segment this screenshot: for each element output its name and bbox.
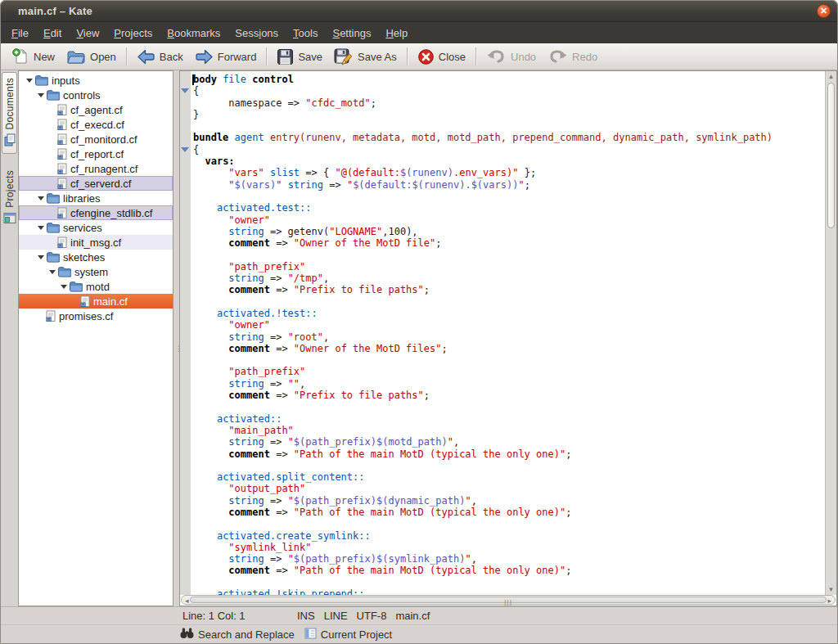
code-line[interactable]: activated.create_symlink::: [193, 530, 825, 542]
saveas-button[interactable]: Save As: [328, 45, 403, 68]
code-view[interactable]: body file control{ namespace => "cfdc_mo…: [191, 71, 825, 595]
code-line[interactable]: comment => "Owner of the MotD files";: [193, 343, 825, 354]
code-line[interactable]: [193, 191, 825, 202]
code-line[interactable]: comment => "Owner of the MotD file";: [193, 237, 825, 249]
code-line[interactable]: string => "$(path_prefix)$(symlink_path)…: [193, 553, 825, 565]
scroll-up-icon[interactable]: ▲: [826, 73, 836, 80]
code-line[interactable]: [193, 296, 825, 308]
encoding[interactable]: UTF-8: [357, 610, 387, 622]
vertical-scrollbar-thumb[interactable]: [827, 83, 835, 228]
code-line[interactable]: activated.test::: [193, 202, 825, 214]
code-fold-icon[interactable]: [181, 147, 189, 152]
code-line[interactable]: body file control: [193, 74, 825, 85]
new-button[interactable]: New: [6, 45, 61, 68]
sidebar-tab-documents[interactable]: Documents: [2, 72, 17, 154]
expander-icon[interactable]: [37, 93, 45, 97]
tree-item-cf-execd-cf[interactable]: cf_execd.cf: [19, 117, 173, 132]
tree-item-cf-agent-cf[interactable]: cf_agent.cf: [19, 102, 173, 117]
forward-button[interactable]: Forward: [189, 46, 263, 68]
tree-item-cf-runagent-cf[interactable]: cf_runagent.cf: [19, 161, 173, 176]
code-line[interactable]: activated.split_content::: [193, 471, 825, 483]
code-fold-icon[interactable]: [181, 88, 189, 93]
expander-icon[interactable]: [37, 196, 45, 200]
code-line[interactable]: [193, 401, 825, 412]
horizontal-scrollbar[interactable]: ◂ ||| ▸: [181, 595, 836, 605]
code-line[interactable]: activated.!skip_prepend::: [193, 588, 825, 595]
current-project-button[interactable]: Current Project: [304, 628, 392, 642]
code-line[interactable]: {: [193, 144, 825, 155]
menu-projects[interactable]: Projects: [106, 24, 160, 43]
eol-mode[interactable]: LINE: [324, 610, 348, 622]
code-line[interactable]: "vars" slist => { "@(default:$(runenv).e…: [193, 167, 825, 178]
search-and-replace-button[interactable]: Search and Replace: [180, 627, 295, 642]
code-line[interactable]: comment => "Path of the main MotD (typic…: [193, 565, 825, 576]
menu-file[interactable]: File: [4, 24, 36, 43]
menu-settings[interactable]: Settings: [325, 24, 378, 43]
tree-item-controls[interactable]: controls: [19, 88, 173, 102]
fold-marker-column[interactable]: [180, 71, 191, 595]
menu-bookmarks[interactable]: Bookmarks: [160, 24, 228, 43]
code-line[interactable]: comment => "Prefix to file paths";: [193, 284, 825, 295]
code-line[interactable]: activated.!test::: [193, 308, 825, 319]
horizontal-scrollbar-thumb[interactable]: |||: [190, 597, 827, 603]
code-line[interactable]: "owner": [193, 214, 825, 226]
code-editor[interactable]: body file control{ namespace => "cfdc_mo…: [179, 70, 837, 606]
tree-item-system[interactable]: system: [19, 264, 173, 279]
open-button[interactable]: Open: [61, 46, 122, 68]
tree-item-cfengine-stdlib-cf[interactable]: cfengine_stdlib.cf: [19, 205, 173, 220]
vertical-scrollbar[interactable]: ▲ ▼: [825, 71, 836, 595]
tree-item-libraries[interactable]: libraries: [19, 191, 173, 205]
close-button[interactable]: Close: [412, 46, 471, 68]
scroll-left-icon[interactable]: ◂: [185, 597, 189, 605]
code-line[interactable]: {: [193, 85, 825, 97]
tree-item-main-cf[interactable]: main.cf: [19, 294, 173, 308]
expander-icon[interactable]: [48, 270, 56, 274]
menu-tools[interactable]: Tools: [286, 24, 325, 43]
code-line[interactable]: [193, 249, 825, 260]
code-line[interactable]: [193, 354, 825, 366]
code-line[interactable]: activated::: [193, 413, 825, 425]
code-line[interactable]: [193, 460, 825, 471]
tree-item-inputs[interactable]: inputs: [19, 73, 173, 88]
tree-item-cf-serverd-cf[interactable]: cf_serverd.cf: [19, 176, 173, 191]
code-line[interactable]: vars:: [193, 155, 825, 167]
code-line[interactable]: namespace => "cfdc_motd";: [193, 97, 825, 109]
code-line[interactable]: string => getenv("LOGNAME",100),: [193, 226, 825, 237]
code-line[interactable]: [193, 120, 825, 132]
tree-item-promises-cf[interactable]: promises.cf: [19, 308, 173, 323]
titlebar[interactable]: main.cf – Kate ✕: [1, 1, 837, 22]
code-line[interactable]: string => "root",: [193, 331, 825, 343]
expander-icon[interactable]: [60, 285, 68, 289]
panel-splitter[interactable]: ⋮: [173, 70, 179, 606]
menu-edit[interactable]: Edit: [36, 24, 69, 43]
tree-item-sketches[interactable]: sketches: [19, 250, 173, 264]
back-button[interactable]: Back: [131, 46, 189, 68]
code-line[interactable]: string => "$(path_prefix)$(motd_path)",: [193, 436, 825, 448]
sidebar-tab-projects[interactable]: Projects: [2, 165, 17, 231]
code-line[interactable]: bundle agent entry(runenv, metadata, mot…: [193, 132, 825, 143]
tree-item-services[interactable]: services: [19, 220, 173, 235]
code-line[interactable]: "$(vars)" string => "$(default:$(runenv)…: [193, 179, 825, 191]
code-line[interactable]: [193, 577, 825, 588]
code-line[interactable]: "symlink_link": [193, 542, 825, 553]
code-line[interactable]: comment => "Prefix to file paths";: [193, 390, 825, 401]
code-line[interactable]: "main_path": [193, 425, 825, 436]
code-line[interactable]: comment => "Path of the main MotD (typic…: [193, 507, 825, 518]
tree-item-motd[interactable]: motd: [19, 279, 173, 294]
scroll-right-icon[interactable]: ▸: [827, 597, 831, 605]
tree-item-cf-monitord-cf[interactable]: cf_monitord.cf: [19, 132, 173, 146]
code-line[interactable]: }: [193, 109, 825, 120]
code-line[interactable]: "path_prefix": [193, 366, 825, 377]
code-line[interactable]: "owner": [193, 319, 825, 331]
code-line[interactable]: "path_prefix": [193, 261, 825, 272]
window-close-icon[interactable]: ✕: [817, 4, 831, 18]
expander-icon[interactable]: [37, 226, 45, 230]
insert-mode[interactable]: INS: [297, 610, 315, 622]
menu-sessions[interactable]: Sessions: [228, 24, 286, 43]
code-line[interactable]: string => "$(path_prefix)$(dynamic_path)…: [193, 495, 825, 507]
tree-item-init-msg-cf[interactable]: init_msg.cf: [19, 235, 173, 250]
tree-item-cf-report-cf[interactable]: cf_report.cf: [19, 146, 173, 161]
expander-icon[interactable]: [37, 255, 45, 259]
expander-icon[interactable]: [25, 79, 34, 83]
menu-help[interactable]: Help: [378, 24, 415, 43]
